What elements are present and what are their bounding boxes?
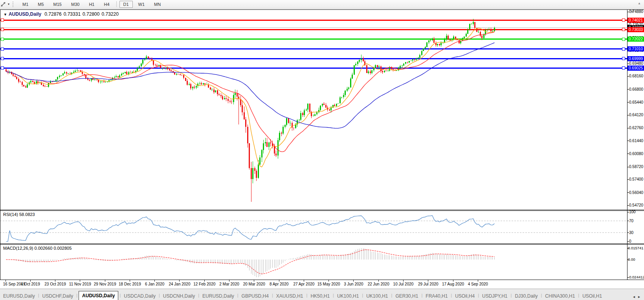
date-tick-label: 3 Jun 2020 xyxy=(339,282,368,286)
ohlc-open: 0.72876 xyxy=(44,11,61,17)
chart-tab-hk50-h1[interactable]: HK50,H1 xyxy=(307,292,333,300)
chart-tab-ger30-h1[interactable]: GER30,H1 xyxy=(392,292,421,300)
date-tick-label: 10 Jul 2020 xyxy=(389,282,417,286)
price-tick-label: 0.54720 xyxy=(629,203,644,208)
terminal-window: ▾ M1M5M15M30H1H4D1W1MN ▲ ▼AUDUSD,Daily0.… xyxy=(0,0,644,300)
ohlc-low: 0.72800 xyxy=(83,11,99,17)
rsi-axis-label: 70 xyxy=(629,219,644,223)
hline-price-label: 0.69999 xyxy=(627,56,644,61)
price-tick-label: 0.64120 xyxy=(629,113,644,117)
date-tick-label: 29 Jul 2020 xyxy=(414,282,442,286)
chart-tab-usdchf-daily[interactable]: USDCHF,Daily xyxy=(39,292,77,300)
chart-tab-uk100-h1[interactable]: UK100,H1 xyxy=(334,292,362,300)
date-tick-label: 12 Feb 2020 xyxy=(190,282,218,286)
rsi-level-lines xyxy=(0,221,627,233)
macd-histogram xyxy=(6,248,495,277)
date-tick-label: 24 Jan 2020 xyxy=(165,282,194,286)
hline-price-label: 0.71010 xyxy=(627,46,644,51)
macd-name: MACD(12,26,9) xyxy=(3,246,33,251)
chart-title: ▼AUDUSD,Daily0.728760.733310.728000.7322… xyxy=(4,11,121,17)
date-tick-label: 4 Sep 2020 xyxy=(464,282,492,286)
rsi-axis-label: 30 xyxy=(629,230,644,235)
chart-tab-usdcad-daily[interactable]: USDCAD,Daily xyxy=(121,292,159,300)
rsi-value: 58.0823 xyxy=(19,212,35,217)
ohlc-close: 0.73220 xyxy=(101,11,118,17)
date-tick-label: 29 Nov 2019 xyxy=(91,282,119,286)
chart-canvas[interactable] xyxy=(0,0,644,289)
chart-tab-gbpusd-h4[interactable]: GBPUSD,H4 xyxy=(239,292,272,300)
price-tick-label: 0.56040 xyxy=(629,190,644,195)
date-tick-label: 11 Nov 2019 xyxy=(66,282,94,286)
macd-panel-label: MACD(12,26,9) 0.002660 0.002805 xyxy=(3,246,72,251)
symbol-timeframe-label: AUDUSD,Daily xyxy=(9,11,41,17)
price-tick-label: 0.57400 xyxy=(629,177,644,182)
ma-slow-line xyxy=(6,43,495,128)
macd-axis-label: -0.024412 xyxy=(628,275,643,280)
chart-tabs: EURUSD,Daily|USDCHF,Daily|AUDUSD,Daily|U… xyxy=(0,290,631,300)
rsi-panel-label: RSI(14) 58.0823 xyxy=(3,212,35,217)
date-tick-label: 4 Oct 2019 xyxy=(16,282,44,286)
rsi-name: RSI(14) xyxy=(3,212,18,217)
chart-borders xyxy=(0,10,644,282)
date-tick-label: 22 Jun 2020 xyxy=(364,282,393,286)
chart-tab-audusd-daily[interactable]: AUDUSD,Daily xyxy=(79,291,118,300)
rsi-axis-label: 0 xyxy=(629,239,644,244)
chart-tab-usoil-h4[interactable]: USOil,H4 xyxy=(452,292,478,300)
rsi-line xyxy=(6,216,495,241)
price-tick-label: 0.66800 xyxy=(629,87,644,92)
ma-medium-line xyxy=(6,32,495,152)
macd-signal-value: 0.002805 xyxy=(53,246,72,251)
macd-axis-label: 0.015741 xyxy=(628,246,643,251)
price-tick-label: 0.62760 xyxy=(629,126,644,130)
rsi-axis-label: 100 xyxy=(629,210,644,214)
hline-price-label: 0.72022 xyxy=(627,37,644,42)
date-tick-label: 23 Oct 2019 xyxy=(41,282,70,286)
tab-scroll-left-icon[interactable]: ◂ xyxy=(633,295,635,299)
chart-tab-china300-h1[interactable]: CHINA300,H1 xyxy=(542,292,578,300)
candles-series xyxy=(6,19,495,202)
hline-price-label: 0.73033 xyxy=(627,27,644,32)
tab-scroll-buttons: ◂ ▸ xyxy=(631,295,644,300)
price-tick-label: 0.74880 xyxy=(629,9,644,14)
price-tick-label: 0.68160 xyxy=(629,74,644,79)
chart-tab-eurusd-daily[interactable]: EURUSD,Daily xyxy=(199,292,237,300)
chart-tab-eurusd-daily[interactable]: EURUSD,Daily xyxy=(0,292,38,300)
chart-tab-bar: EURUSD,Daily|USDCHF,Daily|AUDUSD,Daily|U… xyxy=(0,289,644,300)
price-tick-label: 0.65440 xyxy=(629,100,644,105)
macd-main-value: 0.002660 xyxy=(34,246,52,251)
symbol-caret-icon[interactable]: ▼ xyxy=(4,13,7,16)
date-tick-label: 6 Jan 2020 xyxy=(141,282,169,286)
ohlc-high: 0.73331 xyxy=(64,11,81,17)
price-tick-label: 0.60080 xyxy=(629,152,644,156)
price-tick-label: 0.58720 xyxy=(629,165,644,169)
hline-price-label: 0.69025 xyxy=(627,66,644,71)
chart-tab-dj30-daily[interactable]: DJ30,Daily xyxy=(512,292,541,300)
date-tick-label: 15 May 2020 xyxy=(315,282,343,286)
tab-scroll-right-icon[interactable]: ▸ xyxy=(638,295,640,299)
price-tick-label: 0.61440 xyxy=(629,139,644,143)
macd-axis-label: 0.00 xyxy=(628,257,643,262)
tab-divider: | xyxy=(76,293,77,298)
macd-signal-line xyxy=(6,250,495,274)
date-tick-label: 27 Apr 2020 xyxy=(290,282,318,286)
hline-price-label: 0.74021 xyxy=(627,18,644,23)
chart-tab-usdjpy-h1[interactable]: USDJPY,H1 xyxy=(479,292,510,300)
date-tick-label: 18 Dec 2019 xyxy=(116,282,144,286)
chart-tab-usoil-h1[interactable]: USOil,H1 xyxy=(579,292,605,300)
chart-tab-usdcnh-daily[interactable]: USDCNH,Daily xyxy=(160,292,198,300)
chart-tab-fra40-h1[interactable]: FRA40,H1 xyxy=(422,292,451,300)
date-tick-label: 20 Mar 2020 xyxy=(240,282,268,286)
chart-tab-uk100-h1[interactable]: UK100,H1 xyxy=(363,292,391,300)
date-tick-label: 17 Aug 2020 xyxy=(439,282,467,286)
chart-tab-xauusd-h1[interactable]: XAUUSD,H1 xyxy=(273,292,306,300)
date-tick-label: 8 Apr 2020 xyxy=(265,282,293,286)
date-tick-label: 2 Mar 2020 xyxy=(215,282,244,286)
